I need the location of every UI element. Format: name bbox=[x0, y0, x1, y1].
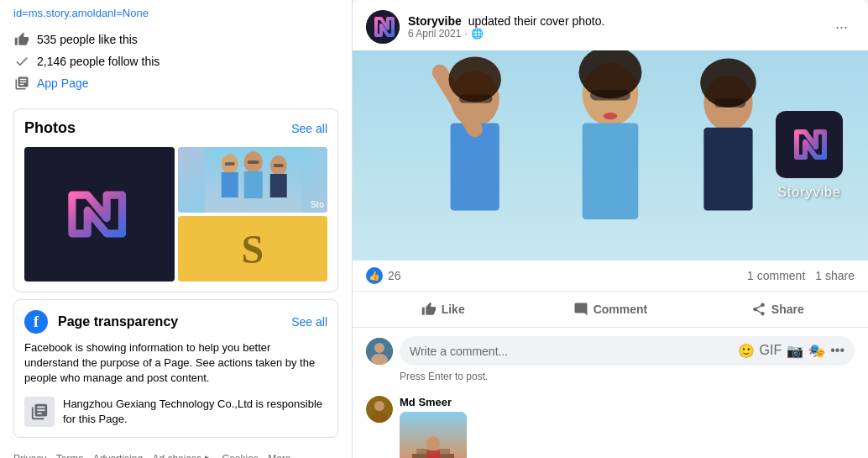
action-buttons: Like Comment Share bbox=[353, 292, 868, 328]
transparency-see-all[interactable]: See all bbox=[291, 315, 327, 329]
transparency-title: Page transparency bbox=[58, 314, 285, 329]
svg-rect-18 bbox=[583, 123, 639, 218]
commenter-avatar bbox=[366, 396, 393, 423]
comment-image bbox=[400, 412, 467, 458]
comments-count[interactable]: 1 comment bbox=[747, 269, 805, 282]
current-user-avatar bbox=[366, 338, 393, 365]
footer-ad-choices[interactable]: Ad choices bbox=[152, 453, 201, 458]
post-header: Storyvibe updated their cover photo. 6 A… bbox=[353, 0, 868, 50]
svg-rect-9 bbox=[247, 161, 259, 164]
storyvibe-logo-overlay: Storyvibe bbox=[776, 111, 843, 200]
globe-icon: 🌐 bbox=[471, 28, 484, 39]
footer-advertising[interactable]: Advertising bbox=[93, 453, 143, 458]
comment-input-box[interactable]: Write a comment... 🙂 GIF 📷 🎭 ••• bbox=[400, 336, 855, 366]
transparency-section: f Page transparency See all Facebook is … bbox=[13, 299, 338, 438]
shares-count[interactable]: 1 share bbox=[815, 269, 855, 282]
app-page-row: App Page bbox=[13, 75, 338, 92]
share-label: Share bbox=[771, 303, 804, 316]
photo-top-right[interactable]: Sto bbox=[178, 147, 328, 213]
author-info: Storyvibe updated their cover photo. 6 A… bbox=[408, 14, 604, 39]
photos-grid: Sto S bbox=[24, 147, 327, 282]
sticker-icon[interactable]: 🎭 bbox=[808, 343, 825, 359]
footer-terms[interactable]: Terms bbox=[56, 453, 84, 458]
svg-rect-38 bbox=[426, 450, 440, 458]
checkmark-icon bbox=[13, 53, 30, 70]
left-panel: id=ms.story.amoldanl=None 535 people lik… bbox=[0, 0, 353, 458]
svg-rect-7 bbox=[269, 174, 286, 197]
svg-point-37 bbox=[426, 436, 440, 451]
svg-point-29 bbox=[374, 343, 384, 353]
sv-brand-text: Storyvibe bbox=[777, 185, 841, 200]
svg-rect-3 bbox=[221, 172, 238, 197]
right-panel: Storyvibe updated their cover photo. 6 A… bbox=[353, 0, 868, 458]
share-button[interactable]: Share bbox=[694, 295, 861, 324]
svg-rect-10 bbox=[273, 164, 283, 167]
page-stats: 535 people like this 2,146 people follow… bbox=[0, 26, 352, 102]
gif-icon[interactable]: GIF bbox=[760, 343, 782, 359]
like-emoji: 👍 bbox=[366, 267, 383, 284]
likes-row: 535 people like this bbox=[13, 31, 338, 48]
svg-rect-5 bbox=[243, 171, 262, 198]
thumbs-up-icon bbox=[13, 31, 30, 48]
svg-point-26 bbox=[448, 56, 500, 102]
svg-rect-22 bbox=[703, 128, 752, 211]
follows-count: 2,146 people follow this bbox=[37, 55, 159, 68]
transparency-header: f Page transparency See all bbox=[24, 310, 327, 334]
like-label: Like bbox=[442, 303, 465, 316]
transparency-body: Facebook is showing information to help … bbox=[24, 340, 327, 387]
emoji-icon[interactable]: 🙂 bbox=[738, 343, 755, 359]
press-enter-hint: Press Enter to post. bbox=[353, 369, 868, 389]
app-page-link[interactable]: App Page bbox=[37, 76, 89, 90]
reactions-right: 1 comment 1 share bbox=[747, 269, 855, 282]
top-link[interactable]: id=ms.story.amoldanl=None bbox=[0, 0, 352, 26]
footer-more[interactable]: More bbox=[268, 453, 290, 458]
s-letter: S bbox=[241, 226, 264, 272]
photo-icon[interactable]: 📷 bbox=[787, 343, 803, 359]
footer-privacy[interactable]: Privacy bbox=[13, 453, 46, 458]
responsible-text: Hangzhou Gexiang Technology Co.,Ltd is r… bbox=[63, 397, 327, 427]
footer-ad-choices-icon: ▶ bbox=[205, 453, 212, 458]
app-page-icon bbox=[13, 75, 30, 92]
comment-button[interactable]: Comment bbox=[526, 295, 693, 324]
more-icon[interactable]: ••• bbox=[830, 343, 844, 359]
comment-label: Comment bbox=[593, 303, 648, 316]
responsible-row: Hangzhou Gexiang Technology Co.,Ltd is r… bbox=[24, 397, 327, 427]
commenter-name[interactable]: Md Smeer bbox=[400, 396, 467, 408]
photos-header: Photos See all bbox=[24, 119, 327, 137]
comment-content: Md Smeer bbox=[400, 396, 467, 458]
author-name[interactable]: Storyvibe bbox=[408, 14, 462, 28]
footer-cookies[interactable]: Cookies bbox=[222, 453, 258, 458]
photos-section: Photos See all bbox=[13, 108, 338, 292]
author-name-action: Storyvibe updated their cover photo. bbox=[408, 14, 604, 28]
svg-point-20 bbox=[604, 113, 618, 119]
svg-rect-8 bbox=[224, 162, 234, 166]
comment-placeholder: Write a comment... bbox=[410, 345, 508, 358]
follows-row: 2,146 people follow this bbox=[13, 53, 338, 70]
building-icon bbox=[24, 397, 55, 427]
photos-see-all[interactable]: See all bbox=[291, 122, 327, 135]
photo-main[interactable] bbox=[24, 147, 175, 282]
photo-bottom-right[interactable]: S bbox=[178, 216, 328, 282]
facebook-icon: f bbox=[24, 310, 48, 334]
sv-logo-box bbox=[776, 111, 843, 178]
post-author: Storyvibe updated their cover photo. 6 A… bbox=[366, 10, 604, 44]
like-button[interactable]: Like bbox=[359, 295, 526, 324]
post-meta: 6 April 2021 · 🌐 bbox=[408, 28, 604, 39]
reactions-count: 26 bbox=[388, 269, 401, 282]
photos-title: Photos bbox=[24, 119, 76, 137]
comment-section: Md Smeer bbox=[353, 389, 868, 458]
cover-photo: Storyvibe bbox=[353, 50, 868, 261]
more-options-button[interactable]: ··· bbox=[829, 15, 855, 39]
dot-separator: · bbox=[464, 28, 467, 39]
comment-icons: 🙂 GIF 📷 🎭 ••• bbox=[738, 343, 844, 359]
svg-point-32 bbox=[374, 401, 384, 411]
author-avatar bbox=[366, 10, 400, 44]
post-reactions: 👍 26 1 comment 1 share bbox=[353, 261, 868, 292]
post-card: Storyvibe updated their cover photo. 6 A… bbox=[353, 0, 868, 458]
footer-links: Privacy · Terms · Advertising · Ad choic… bbox=[0, 445, 352, 458]
svg-point-24 bbox=[700, 58, 756, 107]
comment-input-area: Write a comment... 🙂 GIF 📷 🎭 ••• bbox=[353, 328, 868, 369]
likes-count: 535 people like this bbox=[37, 33, 138, 46]
author-action: updated their cover photo. bbox=[468, 14, 605, 28]
comment-item: Md Smeer bbox=[366, 396, 855, 458]
